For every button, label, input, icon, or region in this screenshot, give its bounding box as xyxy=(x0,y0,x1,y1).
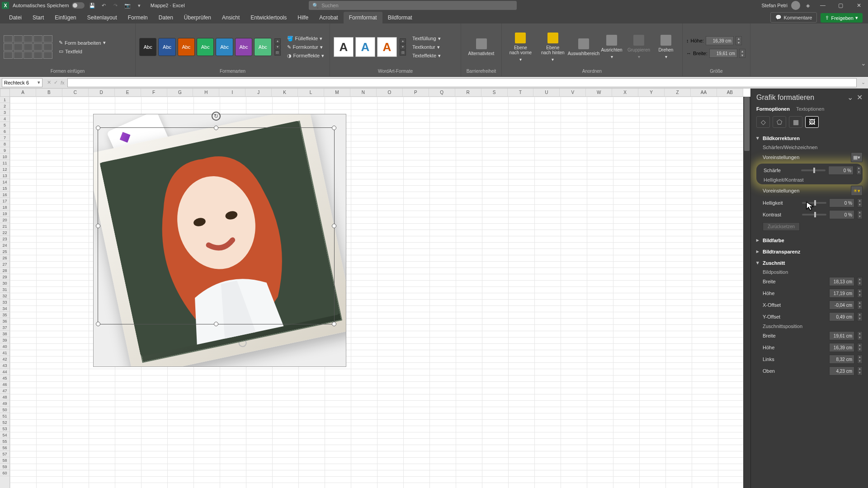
column-header[interactable]: P xyxy=(403,89,429,96)
row-header[interactable]: 18 xyxy=(0,204,9,211)
contrast-spinner[interactable]: ▴▾ xyxy=(857,210,863,219)
contrast-slider[interactable] xyxy=(802,214,826,216)
row-header[interactable]: 14 xyxy=(0,179,9,185)
tab-data[interactable]: Daten xyxy=(153,12,179,23)
edit-shape-button[interactable]: ✎Form bearbeiten ▾ xyxy=(57,39,108,47)
row-header[interactable]: 31 xyxy=(0,286,9,293)
row-header[interactable]: 13 xyxy=(0,173,9,179)
shape-item[interactable] xyxy=(33,52,42,59)
shape-style[interactable]: Abc xyxy=(254,38,271,56)
wordart-style[interactable]: A xyxy=(377,37,397,57)
fx-icon[interactable]: fx xyxy=(61,80,65,85)
column-header[interactable]: N xyxy=(350,89,377,96)
pp-xoffset-spinner[interactable]: ▴▾ xyxy=(857,300,863,310)
row-header[interactable]: 33 xyxy=(0,299,9,305)
row-header[interactable]: 34 xyxy=(0,305,9,312)
cp-top-input[interactable] xyxy=(829,366,854,375)
wordart-style[interactable]: A xyxy=(355,37,375,57)
row-header[interactable]: 59 xyxy=(0,464,9,470)
shape-item[interactable] xyxy=(24,35,33,42)
section-picture-corrections[interactable]: ▾Bildkorrekturen xyxy=(756,132,863,144)
row-header[interactable]: 50 xyxy=(0,407,9,413)
pane-options-icon[interactable]: ⌄ xyxy=(847,93,853,102)
tab-developer[interactable]: Entwicklertools xyxy=(245,12,292,23)
row-header[interactable]: 37 xyxy=(0,324,9,331)
qat-more-icon[interactable]: ▾ xyxy=(135,1,143,9)
shape-style[interactable]: Abc xyxy=(216,38,233,56)
row-header[interactable]: 2 xyxy=(0,103,9,109)
shape-item[interactable] xyxy=(4,43,13,51)
pp-yoffset-input[interactable] xyxy=(829,312,854,321)
select-all-corner[interactable] xyxy=(0,89,10,97)
size-category-icon[interactable]: ▦ xyxy=(789,116,802,128)
row-header[interactable]: 28 xyxy=(0,267,9,274)
pane-close-icon[interactable]: ✕ xyxy=(857,93,863,102)
resize-handle[interactable] xyxy=(214,126,218,130)
row-header[interactable]: 48 xyxy=(0,394,9,400)
shape-item[interactable] xyxy=(4,52,13,59)
column-header[interactable]: V xyxy=(560,89,586,96)
row-header[interactable]: 21 xyxy=(0,223,9,230)
alt-text-button[interactable]: Alternativtext xyxy=(465,37,498,58)
row-header[interactable]: 56 xyxy=(0,445,9,451)
column-header[interactable]: J xyxy=(245,89,272,96)
column-header[interactable]: E xyxy=(115,89,141,96)
shape-item[interactable] xyxy=(24,43,33,51)
row-header[interactable]: 29 xyxy=(0,274,9,280)
width-spinner[interactable]: ▴▾ xyxy=(739,49,745,58)
close-button[interactable]: ✕ xyxy=(852,1,866,10)
column-header[interactable]: AB xyxy=(717,89,743,96)
row-header[interactable]: 24 xyxy=(0,242,9,249)
resize-handle[interactable] xyxy=(214,322,218,326)
column-header[interactable]: S xyxy=(481,89,508,96)
row-header[interactable]: 49 xyxy=(0,400,9,407)
textbox-button[interactable]: ▭Textfeld xyxy=(57,47,108,55)
shape-style[interactable]: Abc xyxy=(158,38,175,56)
resize-handle[interactable] xyxy=(332,224,336,228)
cp-width-input[interactable] xyxy=(829,331,854,340)
rotation-handle[interactable] xyxy=(212,112,221,121)
column-header[interactable]: Y xyxy=(638,89,665,96)
row-header[interactable]: 40 xyxy=(0,343,9,350)
text-effects-button[interactable]: Texteffekte ▾ xyxy=(410,52,443,60)
shape-effects-button[interactable]: ◑Formeffekte ▾ xyxy=(285,52,326,60)
tab-view[interactable]: Ansicht xyxy=(217,12,245,23)
row-header[interactable]: 45 xyxy=(0,375,9,381)
resize-handle[interactable] xyxy=(96,322,100,326)
resize-handle[interactable] xyxy=(332,322,336,326)
section-picture-color[interactable]: ▸Bildfarbe xyxy=(756,235,863,246)
width-input[interactable] xyxy=(709,49,737,58)
column-header[interactable]: M xyxy=(324,89,350,96)
resize-handle[interactable] xyxy=(332,126,336,130)
tab-review[interactable]: Überprüfen xyxy=(179,12,217,23)
tab-file[interactable]: Datei xyxy=(4,12,27,23)
scrollbar-thumb[interactable] xyxy=(744,97,750,151)
row-header[interactable]: 52 xyxy=(0,419,9,426)
row-header[interactable]: 46 xyxy=(0,381,9,388)
wordart-style[interactable]: A xyxy=(334,37,354,57)
redo-icon[interactable]: ↷ xyxy=(112,1,120,9)
formula-input[interactable] xyxy=(67,78,857,87)
height-spinner[interactable]: ▴▾ xyxy=(736,36,742,45)
tab-home[interactable]: Start xyxy=(27,12,49,23)
column-header[interactable]: X xyxy=(612,89,638,96)
maximize-button[interactable]: ▢ xyxy=(834,1,848,10)
comments-button[interactable]: 💬Kommentare xyxy=(770,12,817,23)
row-header[interactable]: 42 xyxy=(0,356,9,362)
row-header[interactable]: 19 xyxy=(0,211,9,217)
row-header[interactable]: 12 xyxy=(0,166,9,173)
shape-outline-button[interactable]: ✎Formkontur ▾ xyxy=(285,43,326,51)
row-header[interactable]: 54 xyxy=(0,432,9,438)
row-header[interactable]: 25 xyxy=(0,249,9,255)
row-header[interactable]: 7 xyxy=(0,135,9,141)
shape-item[interactable] xyxy=(14,52,23,59)
shape-item[interactable] xyxy=(43,35,52,42)
column-header[interactable]: I xyxy=(219,89,245,96)
row-header[interactable]: 4 xyxy=(0,116,9,122)
effects-category-icon[interactable]: ⬠ xyxy=(773,116,786,128)
cp-width-spinner[interactable]: ▴▾ xyxy=(857,331,863,340)
avatar[interactable] xyxy=(791,1,800,10)
brightness-input[interactable] xyxy=(829,198,854,207)
shape-item[interactable] xyxy=(4,35,13,42)
row-header[interactable]: 27 xyxy=(0,261,9,267)
